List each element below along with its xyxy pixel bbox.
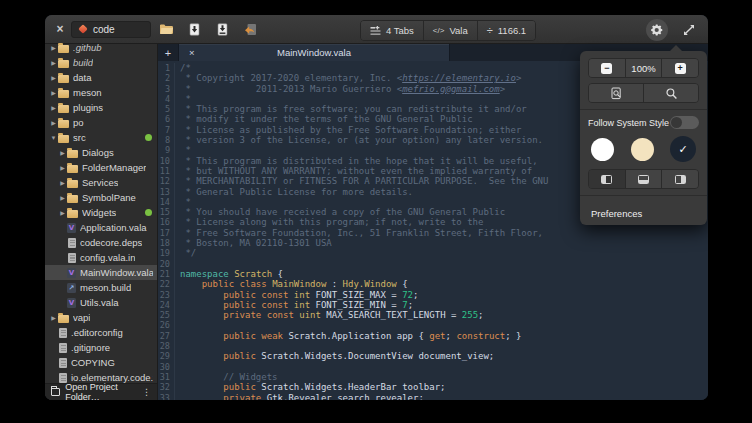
tree-item-meson-build[interactable]: ↗meson.build (45, 280, 157, 295)
expander-closed-icon[interactable]: ▶ (58, 209, 67, 216)
tree-item-vapi[interactable]: ▶vapi (45, 310, 157, 325)
tree-item-label: SymbolPane (82, 192, 136, 203)
tree-item--editorconfig[interactable]: .editorconfig (45, 325, 157, 340)
folder-outline-icon (51, 388, 60, 396)
toggle-outline-button[interactable] (662, 170, 698, 188)
tree-item-label: COPYING (71, 357, 115, 368)
expander-closed-icon[interactable]: ▶ (49, 59, 58, 66)
tree-item-label: vapi (73, 312, 90, 323)
tabs-icon (370, 26, 381, 36)
expander-closed-icon[interactable]: ▶ (58, 164, 67, 171)
code-line-text: * modify it under the terms of the GNU G… (180, 114, 473, 124)
zoom-in-icon: + (675, 63, 686, 74)
tree-item-label: Application.vala (80, 222, 147, 233)
zoom-level-button[interactable]: 100% (626, 59, 663, 77)
tree-item-services[interactable]: ▶Services (45, 175, 157, 190)
find-button[interactable] (644, 84, 698, 102)
preferences-menu-item[interactable]: Preferences (580, 202, 707, 225)
expander-closed-icon[interactable]: ▶ (49, 119, 58, 126)
zoom-in-button[interactable]: + (662, 59, 698, 77)
folder-icon (58, 45, 69, 53)
line-number: 20 (158, 259, 175, 269)
folder-icon (67, 165, 78, 173)
tree-item-config-vala-in[interactable]: config.vala.in (45, 250, 157, 265)
language-label: Vala (449, 25, 467, 36)
tree-item-meson[interactable]: ▶meson (45, 85, 157, 100)
code-line: 30 (158, 362, 708, 372)
tree-item-mainwindow-vala[interactable]: VMainWindow.vala (45, 265, 157, 280)
expander-closed-icon[interactable]: ▶ (49, 104, 58, 111)
follow-system-style-toggle[interactable] (670, 116, 699, 129)
tree-item-codecore-deps[interactable]: codecore.deps (45, 235, 157, 250)
tree-item-po[interactable]: ▶po (45, 115, 157, 130)
tree-item-data[interactable]: ▶data (45, 70, 157, 85)
tree-item-utils-vala[interactable]: VUtils.vala (45, 295, 157, 310)
tab-close-icon[interactable]: × (189, 47, 195, 58)
tree-item-io-elementary-code-yml[interactable]: io.elementary.code.yml (45, 370, 157, 383)
zoom-out-button[interactable]: − (589, 59, 626, 77)
tree-item-foldermanager[interactable]: ▶FolderManager (45, 160, 157, 175)
expander-closed-icon[interactable]: ▶ (49, 89, 58, 96)
expander-closed-icon[interactable]: ▶ (58, 194, 67, 201)
find-in-files-button[interactable] (589, 84, 644, 102)
tree-item-copying[interactable]: COPYING (45, 355, 157, 370)
open-file-button[interactable] (154, 19, 179, 40)
tree-item-symbolpane[interactable]: ▶SymbolPane (45, 190, 157, 205)
line-number: 16 (158, 217, 175, 227)
sidebar-menu-kebab-icon[interactable]: ⋮ (142, 387, 151, 397)
sepia-style-button[interactable] (631, 138, 654, 161)
code-line-text: * You should have received a copy of the… (180, 207, 505, 217)
line-number: 10 (158, 156, 175, 166)
tree-item-widgets[interactable]: ▶Widgets (45, 205, 157, 220)
line-number: 17 (158, 228, 175, 238)
project-chooser-button[interactable]: code (71, 21, 151, 38)
tree-item-application-vala[interactable]: VApplication.vala (45, 220, 157, 235)
open-project-folder-button[interactable]: Open Project Folder… ⋮ (45, 383, 157, 400)
tree-item--gitignore[interactable]: .gitignore (45, 340, 157, 355)
check-icon: ✓ (678, 143, 687, 156)
folder-icon (58, 135, 69, 143)
goto-line-button[interactable]: ÷ 1166.1 (478, 21, 535, 40)
light-style-button[interactable] (591, 138, 614, 161)
expander-closed-icon[interactable]: ▶ (58, 179, 67, 186)
window-close-button[interactable]: × (53, 22, 67, 36)
line-number: 19 (158, 248, 175, 258)
panel-layout-control (588, 169, 699, 189)
expander-open-icon[interactable]: ▼ (49, 135, 58, 141)
revert-button[interactable] (238, 19, 263, 40)
line-column-label: 1166.1 (498, 25, 526, 36)
save-button[interactable] (182, 19, 207, 40)
tree-item-label: .github (73, 42, 102, 53)
tree-item-label: meson (73, 87, 102, 98)
dark-style-button[interactable]: ✓ (670, 136, 696, 162)
toggle-terminal-button[interactable] (626, 170, 663, 188)
expander-closed-icon[interactable]: ▶ (49, 74, 58, 81)
expander-closed-icon[interactable]: ▶ (49, 44, 58, 51)
tree-item-label: MainWindow.vala (80, 267, 153, 278)
line-number: 6 (158, 114, 175, 124)
tree-item-build[interactable]: ▶build (45, 55, 157, 70)
sidebar: ▶.github▶build▶data▶meson▶plugins▶po▼src… (45, 44, 158, 400)
tab-mainwindow-vala[interactable]: × MainWindow.vala (178, 44, 450, 61)
tree-item-src[interactable]: ▼src (45, 130, 157, 145)
settings-menu-button[interactable] (646, 19, 668, 41)
toggle-sidebar-button[interactable] (589, 170, 626, 188)
menu-separator (580, 109, 707, 110)
expander-closed-icon[interactable]: ▶ (49, 314, 58, 321)
fullscreen-button[interactable] (682, 23, 696, 37)
tabs-overview-button[interactable]: 4 Tabs (361, 21, 424, 40)
tree-item-label: src (73, 132, 86, 143)
folder-icon (67, 180, 78, 188)
line-number: 12 (158, 176, 175, 186)
tree-item-dialogs[interactable]: ▶Dialogs (45, 145, 157, 160)
save-as-button[interactable] (210, 19, 235, 40)
line-number: 29 (158, 351, 175, 361)
expander-closed-icon[interactable]: ▶ (58, 149, 67, 156)
tree-item-label: Widgets (82, 207, 116, 218)
tree-item-label: FolderManager (82, 162, 146, 173)
tree-item--github[interactable]: ▶.github (45, 40, 157, 55)
vala-icon: V (67, 268, 76, 278)
new-tab-button[interactable]: + (158, 44, 178, 61)
language-selector-button[interactable]: </> Vala (424, 21, 478, 40)
tree-item-plugins[interactable]: ▶plugins (45, 100, 157, 115)
